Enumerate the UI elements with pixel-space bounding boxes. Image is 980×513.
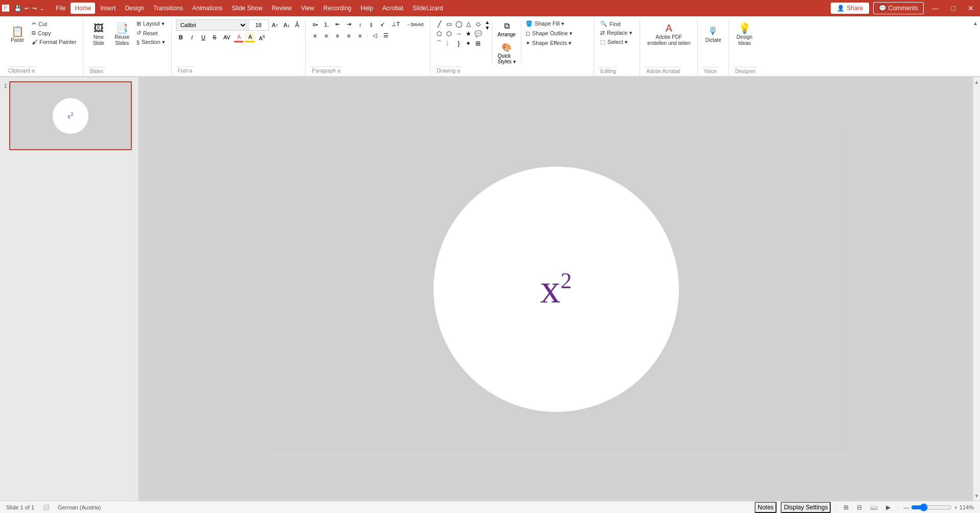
drawing-expand-icon[interactable]: ⧉ xyxy=(457,68,460,74)
font-name-select[interactable]: Calibri xyxy=(176,19,247,31)
shape-rhombus[interactable]: ◇ xyxy=(473,19,483,29)
new-slide-button[interactable]: 🖼 NewSlide xyxy=(87,19,110,50)
bold-button[interactable]: B xyxy=(176,33,186,42)
menu-review[interactable]: Review xyxy=(267,3,295,14)
menu-home[interactable]: Home xyxy=(71,3,95,14)
menu-slidelizard[interactable]: SlideLizard xyxy=(408,3,447,14)
strikethrough-button[interactable]: S xyxy=(210,33,220,42)
scroll-up-arrow[interactable]: ▲ xyxy=(974,79,979,85)
shape-brace[interactable]: } xyxy=(454,39,463,48)
menu-acrobat[interactable]: Acrobat xyxy=(378,3,407,14)
quick-styles-button[interactable]: 🎨 QuickStyles ▾ xyxy=(495,40,519,66)
normal-view-button[interactable]: ⊞ xyxy=(841,503,851,512)
menu-file[interactable]: File xyxy=(52,3,70,14)
ribbon-collapse-icon[interactable]: ▲ xyxy=(973,20,978,26)
slide-canvas[interactable]: x2 xyxy=(265,125,848,453)
text-columns-button[interactable]: ⫿ xyxy=(367,20,377,29)
font-color-btn[interactable]: A xyxy=(234,32,244,42)
minimize-button[interactable]: — xyxy=(928,3,943,13)
text-shadow-button[interactable]: As xyxy=(256,32,267,43)
notes-button[interactable]: Notes xyxy=(755,502,777,513)
find-button[interactable]: 🔍 Find xyxy=(598,19,634,28)
menu-slideshow[interactable]: Slide Show xyxy=(227,3,266,14)
shape-rect[interactable]: ▭ xyxy=(444,19,453,29)
shape-arc[interactable]: ⌒ xyxy=(435,39,444,48)
zoom-out-button[interactable]: — xyxy=(903,504,909,510)
quick-undo-icon[interactable]: ↩ xyxy=(25,5,29,12)
zoom-in-button[interactable]: + xyxy=(954,504,957,510)
fit-slide-icon[interactable]: ⬜ xyxy=(42,504,50,510)
main-circle[interactable]: x2 xyxy=(434,167,679,412)
line-spacing-button[interactable]: ↕ xyxy=(355,20,366,29)
format-painter-button[interactable]: 🖌 Format Painter xyxy=(30,38,79,46)
clear-formatting-button[interactable]: Ā xyxy=(293,20,301,30)
shape-pentagon[interactable]: ⬠ xyxy=(435,29,444,38)
arrange-button[interactable]: ⧉ Arrange xyxy=(494,19,519,39)
shapes-scroll[interactable]: ▲ ▼ xyxy=(485,19,490,31)
shape-effects-button[interactable]: ✦ Shape Effects ▾ xyxy=(523,39,575,48)
canvas-area[interactable]: x2 xyxy=(139,77,973,501)
shape-fill-button[interactable]: 🪣 Shape Fill ▾ xyxy=(523,19,575,28)
increase-indent-button[interactable]: ⇥ xyxy=(344,19,354,29)
quick-customize-icon[interactable]: ⌄ xyxy=(40,5,44,12)
reading-view-button[interactable]: 📖 xyxy=(868,503,880,512)
align-text-button[interactable]: ⊥T xyxy=(389,19,403,29)
layout-button[interactable]: ⊞ Layout ▾ xyxy=(134,19,167,28)
align-center-button[interactable]: ≡ xyxy=(321,31,331,40)
convert-smartart-button[interactable]: →SmArt xyxy=(403,20,426,29)
section-button[interactable]: § Section ▾ xyxy=(134,38,167,46)
select-button[interactable]: ⬚ Select ▾ xyxy=(598,38,634,46)
quick-save-icon[interactable]: 💾 xyxy=(14,5,21,12)
menu-recording[interactable]: Recording xyxy=(320,3,356,14)
replace-button[interactable]: ⇄ Replace ▾ xyxy=(598,29,634,37)
menu-transitions[interactable]: Transitions xyxy=(149,3,187,14)
decrease-list-button[interactable]: ◁ xyxy=(370,31,380,40)
reuse-slides-button[interactable]: 📑 ReuseSlides xyxy=(111,19,133,50)
justify2-button[interactable]: ≡ xyxy=(355,31,365,40)
underline-button[interactable]: U xyxy=(198,33,209,42)
menu-insert[interactable]: Insert xyxy=(96,3,120,14)
menu-animations[interactable]: Animations xyxy=(188,3,226,14)
font-expand-icon[interactable]: ⧉ xyxy=(189,68,192,74)
shape-triangle[interactable]: △ xyxy=(464,19,473,29)
close-button[interactable]: ✕ xyxy=(964,3,978,13)
slide-thumbnail[interactable]: x2 xyxy=(9,81,132,150)
shape-cross[interactable]: ✦ xyxy=(464,39,473,48)
shapes-scroll-up[interactable]: ▲ xyxy=(485,19,490,25)
font-size-input[interactable] xyxy=(248,19,269,31)
maximize-button[interactable]: □ xyxy=(947,3,960,13)
kerning-button[interactable]: AV xyxy=(221,33,233,42)
cut-button[interactable]: ✂ Cut xyxy=(30,19,79,28)
share-button[interactable]: 👤 Share xyxy=(831,3,869,14)
shape-more[interactable]: ⊞ xyxy=(473,39,483,48)
highlight-button[interactable]: A xyxy=(245,32,255,42)
adobe-pdf-button[interactable]: A Adobe PDFerstellen und teilen xyxy=(644,19,693,50)
quick-redo-icon[interactable]: ↪ xyxy=(32,5,37,12)
scroll-down-arrow[interactable]: ▼ xyxy=(974,493,979,499)
shape-line[interactable]: ╱ xyxy=(435,19,444,29)
decrease-indent-button[interactable]: ⇤ xyxy=(333,19,343,29)
zoom-slider[interactable] xyxy=(911,503,952,511)
align-right-button[interactable]: ≡ xyxy=(332,31,343,40)
paste-button[interactable]: 📋 Paste xyxy=(6,19,29,50)
shape-arrow[interactable]: → xyxy=(454,29,463,38)
shape-circle[interactable]: ◯ xyxy=(454,19,463,29)
dictate-button[interactable]: 🎙 Dictate xyxy=(702,19,724,50)
slideshow-button[interactable]: ▶ xyxy=(884,503,893,512)
italic-button[interactable]: I xyxy=(187,33,197,42)
display-settings-button[interactable]: Display Settings xyxy=(781,502,831,513)
comments-button[interactable]: 💬 Comments xyxy=(873,2,923,14)
design-ideas-button[interactable]: 💡 DesignIdeas xyxy=(733,19,756,50)
menu-help[interactable]: Help xyxy=(356,3,377,14)
font-decrease-button[interactable]: A↓ xyxy=(281,20,292,30)
menu-design[interactable]: Design xyxy=(121,3,148,14)
shape-chevron[interactable]: 〉 xyxy=(444,39,453,48)
copy-button[interactable]: ⧉ Copy xyxy=(30,29,79,37)
add-smartart-button[interactable]: ☰ xyxy=(381,31,391,40)
shape-callout[interactable]: 💬 xyxy=(473,29,483,38)
bullets-button[interactable]: ≡• xyxy=(310,20,320,29)
clipboard-expand-icon[interactable]: ⧉ xyxy=(32,68,35,74)
shape-star[interactable]: ★ xyxy=(464,29,473,38)
text-direction-button[interactable]: ↙ xyxy=(378,19,388,29)
shape-outline-button[interactable]: ◻ Shape Outline ▾ xyxy=(523,29,575,38)
